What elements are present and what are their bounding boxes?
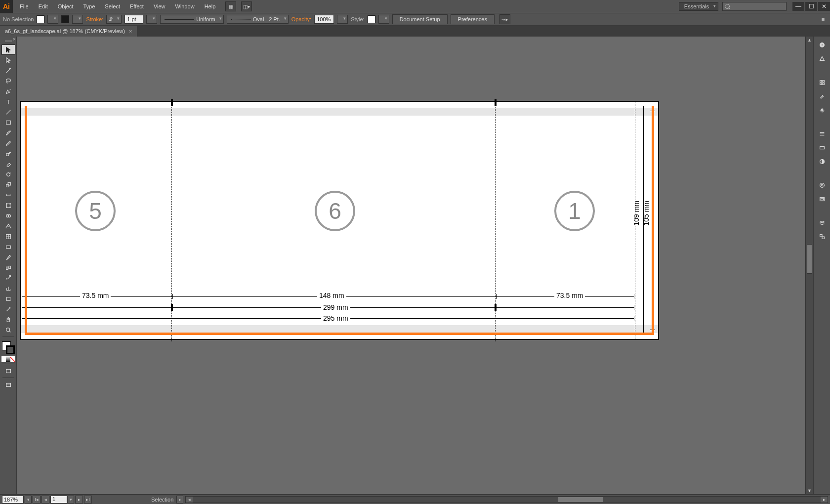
menu-object[interactable]: Object bbox=[53, 0, 79, 13]
blend-tool[interactable] bbox=[1, 262, 15, 273]
slice-tool[interactable] bbox=[1, 304, 15, 314]
artboard-dd[interactable]: ▾ bbox=[67, 496, 74, 504]
screen-mode-normal[interactable] bbox=[1, 366, 15, 376]
line-tool[interactable] bbox=[1, 107, 15, 117]
artboard-number-field[interactable]: 1 bbox=[50, 496, 67, 504]
menu-window[interactable]: Window bbox=[170, 0, 200, 13]
rotate-tool[interactable] bbox=[1, 169, 15, 179]
layers-panel-icon[interactable] bbox=[816, 217, 829, 228]
menu-edit[interactable]: Edit bbox=[34, 0, 53, 13]
menu-select[interactable]: Select bbox=[100, 0, 125, 13]
opacity-field[interactable]: 100% bbox=[314, 15, 334, 24]
gradient-tool[interactable] bbox=[1, 242, 15, 252]
scroll-down-icon[interactable]: ▼ bbox=[806, 487, 813, 494]
window-close-icon[interactable]: ✕ bbox=[818, 2, 830, 11]
menu-file[interactable]: File bbox=[15, 0, 34, 13]
scale-tool[interactable] bbox=[1, 179, 15, 190]
eyedropper-tool[interactable] bbox=[1, 252, 15, 262]
stroke-panel-icon[interactable] bbox=[816, 128, 829, 139]
preferences-button[interactable]: Preferences bbox=[451, 14, 495, 24]
shape-builder-tool[interactable] bbox=[1, 210, 15, 221]
symbol-sprayer-tool[interactable] bbox=[1, 273, 15, 283]
menu-view[interactable]: View bbox=[149, 0, 170, 13]
artboard[interactable]: 5 6 1 73.5 mm 148 mm 73.5 mm 299 mm 295 … bbox=[21, 102, 658, 339]
zoom-dd[interactable]: ▾ bbox=[25, 496, 32, 504]
fill-dropdown[interactable] bbox=[47, 15, 58, 24]
zoom-tool[interactable] bbox=[1, 325, 15, 335]
type-tool[interactable] bbox=[1, 96, 15, 107]
stroke-profile-dd[interactable]: Uniform bbox=[160, 15, 224, 24]
window-minimize-icon[interactable]: — bbox=[792, 2, 804, 11]
color-panel-icon[interactable] bbox=[816, 40, 829, 50]
hscroll-thumb[interactable] bbox=[558, 497, 603, 502]
perspective-grid-tool[interactable] bbox=[1, 221, 15, 231]
stroke-weight-stepper[interactable]: ⇵ bbox=[106, 15, 122, 24]
opacity-dd[interactable] bbox=[337, 15, 348, 24]
bridge-icon[interactable]: ▦ bbox=[225, 1, 236, 11]
next-artboard-button[interactable]: ▸ bbox=[75, 496, 83, 504]
control-bar-menu-icon[interactable]: ≡ bbox=[819, 15, 827, 23]
horizontal-scrollbar[interactable]: ◂ ▸ bbox=[185, 496, 828, 503]
vscroll-thumb[interactable] bbox=[807, 244, 812, 274]
blob-brush-tool[interactable] bbox=[1, 148, 15, 159]
mesh-tool[interactable] bbox=[1, 231, 15, 242]
scroll-right-icon[interactable]: ▸ bbox=[821, 497, 828, 503]
canvas[interactable]: 5 6 1 73.5 mm 148 mm 73.5 mm 299 mm 295 … bbox=[17, 37, 813, 494]
stroke-weight-field[interactable]: 1 pt bbox=[124, 15, 143, 24]
selection-tool[interactable] bbox=[1, 44, 15, 55]
document-tab[interactable]: a6_6s_gf_landscape.ai @ 187% (CMYK/Previ… bbox=[0, 26, 137, 37]
pencil-tool[interactable] bbox=[1, 138, 15, 148]
menu-help[interactable]: Help bbox=[200, 0, 221, 13]
zoom-field[interactable]: 187% bbox=[2, 496, 24, 504]
gradient-panel-icon[interactable] bbox=[816, 142, 829, 153]
fill-stroke-control[interactable] bbox=[1, 340, 16, 355]
lasso-tool[interactable] bbox=[1, 76, 15, 86]
magic-wand-tool[interactable] bbox=[1, 65, 15, 76]
status-info-dd[interactable]: ▸ bbox=[176, 496, 183, 504]
hand-tool[interactable] bbox=[1, 314, 15, 325]
style-swatch[interactable] bbox=[368, 15, 375, 23]
width-tool[interactable] bbox=[1, 190, 15, 200]
svg-point-10 bbox=[8, 214, 10, 217]
artboard-tool[interactable] bbox=[1, 294, 15, 304]
align-flyout-icon[interactable]: ⇥▾ bbox=[499, 14, 510, 24]
prev-artboard-button[interactable]: ◂ bbox=[42, 496, 49, 504]
workspace-dropdown[interactable]: Essentials bbox=[679, 2, 718, 11]
brushes-panel-icon[interactable] bbox=[816, 91, 829, 102]
free-transform-tool[interactable] bbox=[1, 200, 15, 210]
tools-panel-close-icon[interactable]: × bbox=[13, 37, 16, 42]
rectangle-tool[interactable] bbox=[1, 117, 15, 127]
stroke-dropdown[interactable] bbox=[72, 15, 83, 24]
pen-tool[interactable] bbox=[1, 86, 15, 96]
eraser-tool[interactable] bbox=[1, 159, 15, 169]
transparency-panel-icon[interactable] bbox=[816, 156, 829, 167]
menu-type[interactable]: Type bbox=[79, 0, 100, 13]
menu-effect[interactable]: Effect bbox=[125, 0, 149, 13]
appearance-panel-icon[interactable] bbox=[816, 180, 829, 191]
stroke-swatch[interactable] bbox=[61, 15, 69, 23]
arrange-documents-icon[interactable]: ◫▾ bbox=[241, 1, 252, 11]
stroke-weight-dd[interactable] bbox=[146, 15, 157, 24]
vertical-scrollbar[interactable]: ▲ ▼ bbox=[805, 37, 813, 494]
brush-dd[interactable]: Oval - 2 Pt. bbox=[227, 15, 289, 24]
artboards-panel-icon[interactable] bbox=[816, 231, 829, 242]
symbols-panel-icon[interactable] bbox=[816, 105, 829, 116]
scroll-up-icon[interactable]: ▲ bbox=[806, 37, 813, 43]
color-guide-panel-icon[interactable] bbox=[816, 53, 829, 64]
direct-selection-tool[interactable] bbox=[1, 55, 15, 65]
search-input[interactable] bbox=[722, 2, 787, 11]
screen-mode-switch[interactable] bbox=[1, 379, 15, 390]
last-artboard-button[interactable]: ▸I bbox=[84, 496, 92, 504]
window-maximize-icon[interactable]: ☐ bbox=[805, 2, 817, 11]
close-tab-icon[interactable]: × bbox=[129, 28, 132, 34]
paintbrush-tool[interactable] bbox=[1, 127, 15, 138]
scroll-left-icon[interactable]: ◂ bbox=[186, 497, 193, 503]
column-graph-tool[interactable] bbox=[1, 283, 15, 294]
first-artboard-button[interactable]: I◂ bbox=[33, 496, 41, 504]
style-dd[interactable] bbox=[378, 15, 389, 24]
swatches-panel-icon[interactable] bbox=[816, 77, 829, 88]
fill-swatch[interactable] bbox=[37, 15, 44, 23]
graphic-styles-panel-icon[interactable] bbox=[816, 194, 829, 205]
document-setup-button[interactable]: Document Setup bbox=[392, 14, 448, 24]
draw-mode-switch[interactable] bbox=[1, 356, 15, 362]
